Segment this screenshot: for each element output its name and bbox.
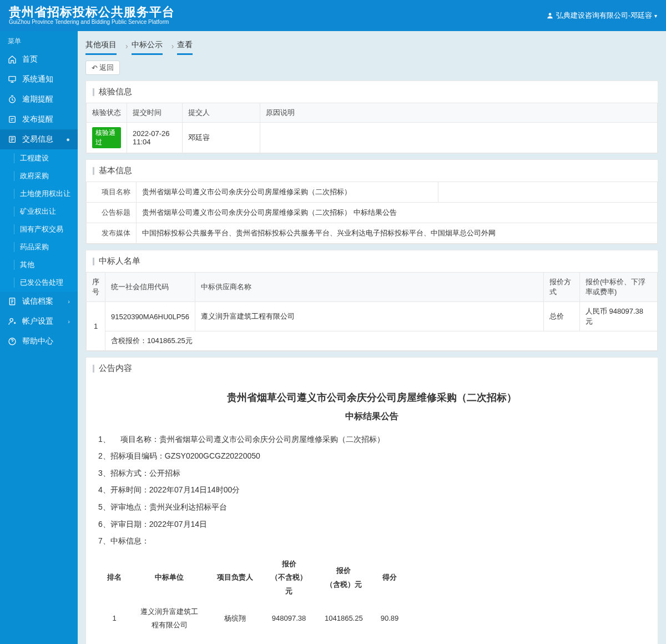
- sidebar-item-publish[interactable]: 发布提醒: [0, 109, 78, 129]
- panel-title: 中标人名单: [99, 256, 140, 266]
- svg-rect-1: [9, 77, 16, 81]
- publish-icon: [8, 115, 18, 124]
- verify-table: 核验状态 提交时间 提交人 原因说明 核验通过 2022-07-26 11:04…: [86, 103, 658, 153]
- sidebar-item-label: 帐户设置: [22, 316, 53, 326]
- sidebar-item-label: 交易信息: [22, 134, 53, 144]
- panel-basic: 基本信息 项目名称贵州省烟草公司遵义市公司余庆分公司房屋维修采购（二次招标） 公…: [85, 159, 658, 244]
- breadcrumb: 其他项目 › 中标公示 › 查看: [78, 31, 666, 55]
- user-name: 弘典建设咨询有限公司-邓廷容: [556, 11, 652, 21]
- bulletin-heading: 贵州省烟草公司遵义市公司余庆分公司房屋维修采购（二次招标）: [98, 388, 645, 407]
- crumb-page[interactable]: 查看: [177, 37, 193, 55]
- chevron-right-icon: ›: [68, 318, 70, 325]
- sidebar-item-label: 发布提醒: [22, 114, 53, 124]
- collapse-icon: ●: [66, 136, 70, 143]
- svg-rect-3: [9, 117, 16, 123]
- sidebar-item-credit[interactable]: 诚信档案 ›: [0, 291, 78, 311]
- sidebar-submenu: 工程建设 政府采购 土地使用权出让 矿业权出让 国有产权交易 药品采购 其他 已…: [0, 149, 78, 291]
- sidebar-item-home[interactable]: 首页: [0, 49, 78, 69]
- monitor-icon: [8, 75, 18, 84]
- sidebar-sub-land[interactable]: 土地使用权出让: [0, 185, 78, 203]
- sidebar-item-help[interactable]: 帮助中心: [0, 331, 78, 351]
- site-subtitle: GuiZhou Province Tendering and Bidding P…: [9, 19, 175, 26]
- sidebar-sub-other[interactable]: 其他: [0, 256, 78, 274]
- app-header: 贵州省招标投标公共服务平台 GuiZhou Province Tendering…: [0, 0, 666, 31]
- back-icon: ↶: [92, 64, 98, 72]
- svg-point-6: [10, 319, 13, 321]
- panel-title: 基本信息: [99, 165, 132, 176]
- crumb-category[interactable]: 其他项目: [85, 37, 117, 55]
- table-row: 1 遵义润升富建筑工程有限公司 杨缤翔 948097.38 1041865.25…: [98, 602, 407, 636]
- help-icon: [8, 337, 18, 346]
- winners-table: 序号 统一社会信用代码 中标供应商名称 报价方式 报价(中标价、下浮率或费率) …: [86, 272, 658, 351]
- table-row: 核验通过 2022-07-26 11:04 邓廷容: [87, 123, 658, 153]
- site-title: 贵州省招标投标公共服务平台: [9, 6, 175, 19]
- user-icon: [546, 12, 554, 19]
- sidebar-item-label: 帮助中心: [22, 336, 53, 346]
- status-badge: 核验通过: [92, 127, 121, 148]
- sidebar: 菜单 首页 系统通知 逾期提醒 发布提醒 交易信息 ●: [0, 31, 78, 644]
- sidebar-sub-published[interactable]: 已发公告处理: [0, 274, 78, 291]
- back-button[interactable]: ↶ 返回: [85, 61, 120, 75]
- user-menu[interactable]: 弘典建设咨询有限公司-邓廷容 ▾: [546, 11, 657, 21]
- rank-table: 排名 中标单位 项目负责人 报价 （不含税） 元 报价 （含税）元 得分 1 遵…: [98, 554, 407, 636]
- sidebar-item-account[interactable]: 帐户设置 ›: [0, 311, 78, 331]
- user-settings-icon: [8, 317, 18, 326]
- overdue-icon: [8, 95, 18, 104]
- sidebar-item-label: 逾期提醒: [22, 94, 53, 104]
- panel-winners: 中标人名单 序号 统一社会信用代码 中标供应商名称 报价方式 报价(中标价、下浮…: [85, 250, 658, 351]
- basic-table: 项目名称贵州省烟草公司遵义市公司余庆分公司房屋维修采购（二次招标） 公告标题贵州…: [86, 182, 658, 244]
- sidebar-item-label: 首页: [22, 54, 38, 64]
- bulletin-body: 贵州省烟草公司遵义市公司余庆分公司房屋维修采购（二次招标） 中标结果公告 1、 …: [86, 379, 658, 644]
- sidebar-item-label: 系统通知: [22, 74, 53, 84]
- sidebar-label: 菜单: [0, 31, 78, 49]
- table-row: 含税报价：1041865.25元: [87, 331, 658, 351]
- sidebar-sub-mining[interactable]: 矿业权出让: [0, 203, 78, 220]
- svg-point-0: [548, 13, 551, 16]
- sidebar-sub-engineering[interactable]: 工程建设: [0, 149, 78, 167]
- file-icon: [8, 297, 18, 306]
- crumb-section[interactable]: 中标公示: [132, 37, 163, 55]
- bulletin-subheading: 中标结果公告: [98, 408, 645, 425]
- chevron-right-icon: ›: [68, 298, 70, 305]
- panel-title: 核验信息: [99, 87, 132, 97]
- sidebar-item-trade[interactable]: 交易信息 ●: [0, 129, 78, 149]
- chevron-down-icon: ▾: [654, 13, 657, 19]
- panel-verify: 核验信息 核验状态 提交时间 提交人 原因说明 核验通过 2022-07-26 …: [85, 80, 658, 154]
- panel-title: 公告内容: [99, 363, 132, 374]
- table-row: 1 91520390MA6HU0LP56 遵义润升富建筑工程有限公司 总价 人民…: [87, 302, 658, 331]
- trade-icon: [8, 135, 18, 144]
- home-icon: [8, 55, 18, 64]
- sidebar-item-overdue[interactable]: 逾期提醒: [0, 89, 78, 109]
- sidebar-item-notice[interactable]: 系统通知: [0, 69, 78, 89]
- sidebar-sub-drug[interactable]: 药品采购: [0, 238, 78, 256]
- sidebar-sub-state[interactable]: 国有产权交易: [0, 220, 78, 238]
- sidebar-sub-gov[interactable]: 政府采购: [0, 167, 78, 185]
- panel-content: 公告内容 贵州省烟草公司遵义市公司余庆分公司房屋维修采购（二次招标） 中标结果公…: [85, 357, 658, 644]
- sidebar-item-label: 诚信档案: [22, 296, 53, 306]
